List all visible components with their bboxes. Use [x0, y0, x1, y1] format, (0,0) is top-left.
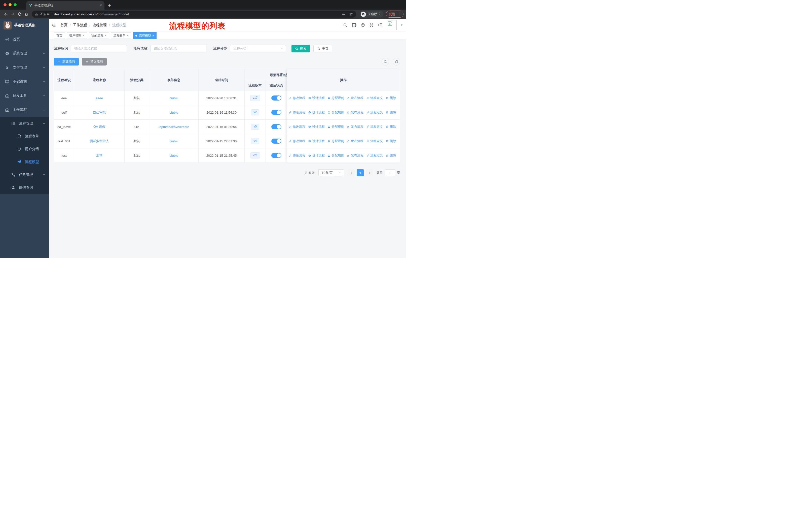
- goto-page-input[interactable]: [385, 169, 395, 176]
- help-icon[interactable]: [361, 23, 365, 27]
- browser-update-button[interactable]: 更新: [386, 10, 404, 18]
- design-process-link[interactable]: 设计流程: [308, 125, 325, 129]
- model-name-link[interactable]: 自己审批: [74, 105, 124, 120]
- tag-tenant[interactable]: 租户管理 ×: [67, 32, 87, 39]
- publish-process-link[interactable]: 发布流程: [347, 125, 364, 129]
- avatar[interactable]: [387, 20, 397, 30]
- close-icon[interactable]: ×: [105, 34, 107, 37]
- process-definition-link[interactable]: 流程定义: [366, 125, 383, 129]
- sidebar-item-task-manage[interactable]: 任务管理: [0, 168, 49, 181]
- breadcrumb-process-manage[interactable]: 流程管理: [93, 23, 107, 27]
- back-icon[interactable]: [2, 11, 9, 18]
- search-button[interactable]: 搜索: [291, 45, 310, 52]
- zoom-window-button[interactable]: [13, 3, 17, 6]
- github-icon[interactable]: [352, 23, 356, 27]
- model-form-link[interactable]: biubiu: [149, 148, 199, 163]
- bookmark-star-icon[interactable]: [349, 12, 353, 16]
- modify-process-link[interactable]: 修改流程: [289, 154, 305, 158]
- assign-rule-link[interactable]: 分配规则: [327, 154, 344, 158]
- process-name-input[interactable]: [150, 45, 206, 52]
- forward-icon[interactable]: [9, 11, 16, 18]
- sidebar-item-user-group[interactable]: 用户分组: [0, 143, 49, 156]
- minimize-window-button[interactable]: [8, 3, 11, 6]
- tag-home[interactable]: 首页: [54, 32, 65, 39]
- process-definition-link[interactable]: 流程定义: [366, 96, 383, 100]
- sidebar-logo-row[interactable]: 芋道管理系统: [0, 19, 49, 32]
- sidebar-item-system[interactable]: 系统管理: [0, 46, 49, 60]
- close-window-button[interactable]: [3, 3, 6, 6]
- sidebar-item-process-manage[interactable]: 流程管理: [0, 117, 49, 130]
- current-page-button[interactable]: 1: [357, 169, 364, 176]
- sidebar-collapse-icon[interactable]: [49, 23, 59, 27]
- sidebar-item-home[interactable]: 首页: [0, 32, 49, 46]
- home-icon[interactable]: [23, 11, 30, 18]
- model-form-link[interactable]: biubiu: [149, 91, 199, 105]
- model-name-link[interactable]: 滔博: [74, 148, 124, 163]
- process-key-input[interactable]: [71, 45, 127, 52]
- activation-toggle[interactable]: [271, 124, 282, 129]
- browser-tab[interactable]: 芋道管理系统 ×: [26, 1, 105, 9]
- model-form-link[interactable]: /bpm/oa/leave/create: [149, 120, 199, 134]
- activation-toggle[interactable]: [271, 96, 282, 101]
- reload-icon[interactable]: [16, 11, 23, 18]
- process-definition-link[interactable]: 流程定义: [366, 154, 383, 158]
- browser-menu-icon[interactable]: [398, 12, 401, 16]
- delete-link[interactable]: 删除: [386, 96, 396, 100]
- publish-process-link[interactable]: 发布流程: [347, 110, 364, 115]
- design-process-link[interactable]: 设计流程: [308, 96, 325, 100]
- assign-rule-link[interactable]: 分配规则: [327, 139, 344, 143]
- tag-process-model[interactable]: 流程模型 ×: [133, 32, 157, 39]
- avatar-caret-icon[interactable]: ▾: [401, 23, 403, 27]
- search-icon[interactable]: [343, 23, 347, 27]
- modify-process-link[interactable]: 修改流程: [289, 110, 305, 115]
- model-form-link[interactable]: biubiu: [149, 134, 199, 148]
- breadcrumb-workflow[interactable]: 工作流程: [73, 23, 87, 27]
- close-icon[interactable]: ×: [126, 34, 128, 37]
- prev-page-button[interactable]: [348, 169, 355, 176]
- publish-process-link[interactable]: 发布流程: [347, 139, 364, 143]
- toggle-search-button[interactable]: [382, 58, 389, 65]
- delete-link[interactable]: 删除: [386, 110, 396, 115]
- model-name-link[interactable]: 测试多审批人: [74, 134, 124, 148]
- sidebar-item-process-model[interactable]: 流程模型: [0, 156, 49, 168]
- process-definition-link[interactable]: 流程定义: [366, 139, 383, 143]
- modify-process-link[interactable]: 修改流程: [289, 96, 305, 100]
- design-process-link[interactable]: 设计流程: [308, 139, 325, 143]
- font-size-icon[interactable]: TT: [378, 23, 383, 27]
- process-category-select[interactable]: 流程分类: [230, 45, 286, 52]
- reset-button[interactable]: 重置: [313, 45, 332, 52]
- model-name-link[interactable]: OA 请假: [74, 120, 124, 134]
- activation-toggle[interactable]: [271, 153, 282, 158]
- sidebar-item-process-form[interactable]: 流程表单: [0, 130, 49, 143]
- delete-link[interactable]: 删除: [386, 154, 396, 158]
- modify-process-link[interactable]: 修改流程: [289, 125, 305, 129]
- delete-link[interactable]: 删除: [386, 139, 396, 143]
- sidebar-item-workflow[interactable]: 工作流程: [0, 103, 49, 117]
- publish-process-link[interactable]: 发布流程: [347, 154, 364, 158]
- create-process-button[interactable]: 新建流程: [54, 58, 79, 65]
- not-secure-warning-icon[interactable]: [35, 12, 38, 16]
- model-name-link[interactable]: eeee: [74, 91, 124, 105]
- refresh-table-button[interactable]: [393, 58, 400, 65]
- modify-process-link[interactable]: 修改流程: [289, 139, 305, 143]
- tag-process-form[interactable]: 流程表单 ×: [111, 32, 131, 39]
- process-definition-link[interactable]: 流程定义: [366, 110, 383, 115]
- fullscreen-icon[interactable]: [369, 23, 374, 27]
- sidebar-item-infra[interactable]: 基础设施: [0, 75, 49, 89]
- next-page-button[interactable]: [366, 169, 373, 176]
- sidebar-item-payment[interactable]: ¥ 支付管理: [0, 60, 49, 75]
- design-process-link[interactable]: 设计流程: [308, 154, 325, 158]
- breadcrumb-home[interactable]: 首页: [60, 23, 67, 27]
- address-bar[interactable]: 不安全 dashboard.yudao.iocoder.cn/bpm/manag…: [32, 10, 356, 18]
- close-icon[interactable]: ×: [152, 34, 154, 37]
- activation-toggle[interactable]: [271, 110, 282, 115]
- page-size-select[interactable]: 10条/页: [318, 169, 344, 176]
- password-key-icon[interactable]: [342, 12, 346, 16]
- publish-process-link[interactable]: 发布流程: [347, 96, 364, 100]
- activation-toggle[interactable]: [271, 139, 282, 144]
- close-icon[interactable]: ×: [83, 34, 85, 37]
- design-process-link[interactable]: 设计流程: [308, 110, 325, 115]
- assign-rule-link[interactable]: 分配规则: [327, 96, 344, 100]
- sidebar-item-leave-query[interactable]: 请假查询: [0, 181, 49, 194]
- assign-rule-link[interactable]: 分配规则: [327, 125, 344, 129]
